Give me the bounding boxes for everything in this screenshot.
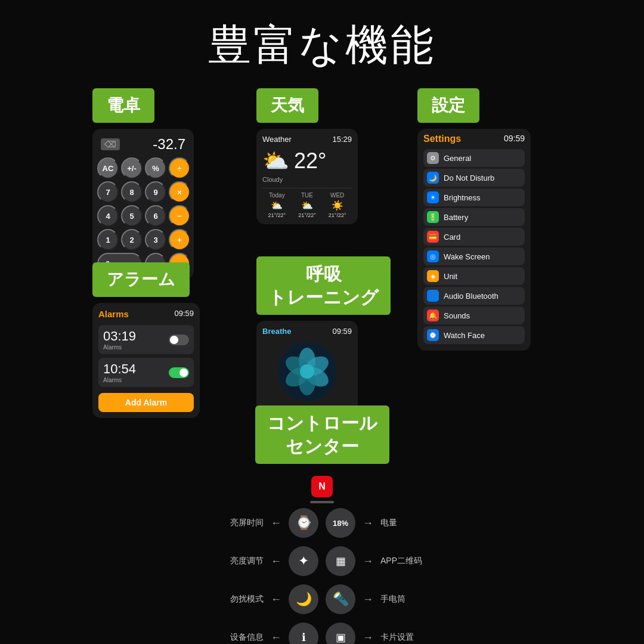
settings-item-battery-label: Battery: [444, 213, 468, 222]
page-title: 豊富な機能: [0, 0, 644, 74]
calc-btn-sub[interactable]: −: [169, 205, 190, 227]
calc-btn-7[interactable]: 7: [97, 181, 119, 203]
settings-item-battery[interactable]: 🔋 Battery: [423, 208, 525, 226]
settings-item-brightness-label: Brightness: [444, 193, 480, 202]
calc-grid: AC +/- % ÷ 7 8 9 × 4 5 6 − 1 2 3 + 0 . =: [97, 157, 189, 274]
forecast-icon-2: ☀️: [323, 200, 352, 211]
settings-item-card-label: Card: [444, 233, 460, 242]
forecast-tue: TUE ⛅ 21°/22°: [293, 192, 322, 218]
calc-btn-8[interactable]: 8: [121, 181, 143, 203]
add-alarm-button[interactable]: Add Alarm: [98, 393, 194, 412]
settings-item-watchface[interactable]: ⌚ Watch Face: [423, 326, 525, 344]
unit-icon: ◈: [427, 270, 439, 282]
settings-item-brightness[interactable]: ☀ Brightness: [423, 188, 525, 206]
calc-backspace[interactable]: ⌫: [101, 138, 120, 150]
brightness-icon: ☀: [427, 191, 439, 203]
calc-btn-2[interactable]: 2: [121, 229, 143, 250]
forecast-wed: WED ☀️ 21°/22°: [323, 192, 352, 218]
calc-btn-sign[interactable]: +/-: [121, 157, 143, 179]
control-label: コントロール センター: [255, 405, 389, 464]
ctrl-arrow-left-3: ←: [271, 631, 281, 644]
calculator-label: 電卓: [92, 88, 154, 123]
settings-item-general-label: General: [444, 154, 471, 163]
settings-phone: Settings 09:59 ⚙ General 🌙 Do Not Distur…: [417, 129, 531, 351]
forecast-icon-1: ⛅: [293, 200, 322, 211]
alarm-time-0: 03:19: [103, 329, 136, 344]
settings-item-dnd[interactable]: 🌙 Do Not Disturb: [423, 169, 525, 187]
ctrl-arrow-right-2: →: [363, 593, 373, 606]
forecast-temp-2: 21°/22°: [323, 212, 352, 218]
weather-desc: Cloudy: [262, 176, 352, 183]
calc-btn-1[interactable]: 1: [97, 229, 119, 250]
calc-display-num: -32.7: [153, 136, 185, 153]
forecast-temp-1: 21°/22°: [293, 212, 322, 218]
calc-btn-6[interactable]: 6: [145, 205, 166, 227]
control-content: N 亮屏时间 ← ⌚ 18% → 电量 亮度调节 ← ✦ ▦ → APP二维码: [215, 476, 429, 644]
alarm-phone: Alarms 09:59 03:19 Alarms 10:54 Alarms: [92, 303, 200, 418]
settings-item-wakescreen[interactable]: ◎ Wake Screen: [423, 247, 525, 265]
control-row-1: 亮度调节 ← ✦ ▦ → APP二维码: [215, 546, 429, 576]
control-bar: [310, 501, 334, 503]
toggle-knob-1: [179, 369, 188, 377]
calc-btn-ac[interactable]: AC: [97, 157, 119, 179]
ctrl-label-dnd: 勿扰模式: [222, 594, 264, 605]
alarm-sub-1: Alarms: [103, 377, 136, 383]
general-icon: ⚙: [427, 152, 439, 164]
ctrl-btn-qr[interactable]: ▦: [326, 546, 355, 576]
settings-header: Settings 09:59: [423, 134, 525, 144]
ctrl-arrow-left-2: ←: [271, 593, 281, 606]
ctrl-btn-cards[interactable]: ▣: [326, 623, 355, 644]
weather-section: 天気 Weather 15:29 ⛅ 22° Cloudy Today ⛅ 21…: [256, 88, 358, 224]
svg-point-7: [300, 364, 314, 379]
control-row-2: 勿扰模式 ← 🌙 🔦 → 手电筒: [215, 584, 429, 614]
calc-btn-mul[interactable]: ×: [169, 181, 190, 203]
settings-item-unit[interactable]: ◈ Unit: [423, 267, 525, 285]
calc-btn-add[interactable]: +: [169, 229, 190, 250]
calculator-phone: ⌫ -32.7 AC +/- % ÷ 7 8 9 × 4 5 6 − 1 2 3…: [92, 129, 194, 279]
alarm-toggle-1[interactable]: [169, 367, 189, 378]
weather-time: 15:29: [332, 135, 352, 144]
alarm-toggle-0[interactable]: [169, 335, 189, 345]
breathe-app-title: Breathe: [262, 327, 291, 336]
calc-btn-3[interactable]: 3: [145, 229, 166, 250]
ctrl-btn-moon[interactable]: 🌙: [289, 584, 318, 614]
netflix-icon: N: [311, 476, 333, 497]
bluetooth-icon: 🎵: [427, 290, 439, 302]
control-label-line2: センター: [286, 436, 359, 456]
control-label-line1: コントロール: [267, 413, 377, 433]
forecast-day-1: TUE: [293, 192, 322, 199]
settings-item-bluetooth[interactable]: 🎵 Audio Bluetooth: [423, 287, 525, 305]
control-row-3: 设备信息 ← ℹ ▣ → 卡片设置: [215, 623, 429, 644]
ctrl-btn-info[interactable]: ℹ: [289, 623, 318, 644]
control-section: コントロール センター N 亮屏时间 ← ⌚ 18% → 电量 亮度调节 ←: [215, 405, 429, 644]
watchface-icon: ⌚: [427, 329, 439, 341]
calc-display: ⌫ -32.7: [97, 134, 189, 157]
forecast-today: Today ⛅ 21°/22°: [262, 192, 292, 218]
settings-time: 09:59: [504, 134, 525, 144]
breathe-label: 呼吸 トレーニング: [256, 256, 391, 315]
calc-btn-5[interactable]: 5: [121, 205, 143, 227]
calc-btn-div[interactable]: ÷: [169, 157, 190, 179]
ctrl-btn-flashlight[interactable]: 🔦: [326, 584, 355, 614]
alarm-entry-0-info: 03:19 Alarms: [103, 329, 136, 351]
sounds-icon: 🔔: [427, 309, 439, 321]
ctrl-label-bright-time: 亮屏时间: [222, 518, 264, 528]
settings-item-sounds[interactable]: 🔔 Sounds: [423, 306, 525, 324]
alarm-sub-0: Alarms: [103, 344, 136, 351]
breathe-label-line1: 呼吸: [306, 264, 342, 284]
ctrl-label-brightness: 亮度调节: [222, 556, 264, 566]
calculator-section: 電卓 ⌫ -32.7 AC +/- % ÷ 7 8 9 × 4 5 6 − 1 …: [92, 88, 194, 279]
calc-btn-4[interactable]: 4: [97, 205, 119, 227]
ctrl-btn-watch[interactable]: ⌚: [289, 508, 318, 538]
calc-btn-pct[interactable]: %: [145, 157, 166, 179]
breathe-header: Breathe 09:59: [262, 327, 352, 336]
weather-icon: ⛅: [262, 148, 289, 174]
ctrl-btn-brightness[interactable]: ✦: [289, 546, 318, 576]
forecast-temp-0: 21°/22°: [262, 212, 292, 218]
settings-item-general[interactable]: ⚙ General: [423, 149, 525, 167]
ctrl-arrow-right-3: →: [363, 631, 373, 644]
alarm-time-header: 09:59: [174, 309, 194, 319]
settings-item-sounds-label: Sounds: [444, 311, 470, 320]
settings-item-card[interactable]: 💳 Card: [423, 228, 525, 246]
calc-btn-9[interactable]: 9: [145, 181, 166, 203]
